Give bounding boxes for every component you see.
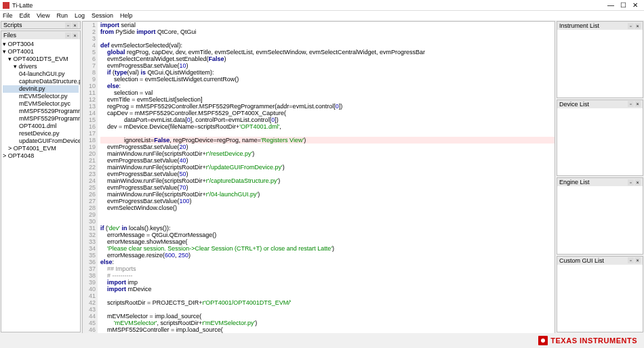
- file-tree[interactable]: ▾ OPT3004▾ OPT4001▾ OPT4001DTS_EVM▾ driv…: [1, 39, 80, 332]
- close-button[interactable]: ✕: [629, 1, 641, 9]
- panel-close-icon[interactable]: ×: [635, 23, 641, 29]
- tree-item[interactable]: mEVMSelector.py: [3, 93, 79, 100]
- menu-edit[interactable]: Edit: [20, 12, 31, 19]
- tree-item[interactable]: ▾ drivers: [3, 63, 79, 70]
- panel-close-icon[interactable]: ×: [635, 179, 641, 186]
- window-title: Ti-Latte: [12, 2, 605, 9]
- code-body[interactable]: import serialfrom PySide import QtCore, …: [98, 22, 555, 348]
- tree-item[interactable]: devInit.py: [3, 85, 79, 93]
- tree-item[interactable]: ▾ OPT3004: [3, 41, 79, 48]
- maximize-button[interactable]: ☐: [617, 1, 629, 9]
- tree-item[interactable]: resetDevice.py: [3, 130, 79, 137]
- ti-logo-icon: [538, 336, 548, 345]
- files-header: Files: [3, 32, 64, 39]
- files-panel: Files▫× ▾ OPT3004▾ OPT4001▾ OPT4001DTS_E…: [1, 30, 81, 332]
- panel-float-icon[interactable]: ▫: [628, 257, 634, 263]
- panel-float-icon[interactable]: ▫: [628, 179, 634, 186]
- menu-log[interactable]: Log: [75, 12, 85, 19]
- panel-close-icon[interactable]: ×: [635, 101, 641, 107]
- ti-brand-text: TEXAS INSTRUMENTS: [550, 336, 637, 345]
- tree-item[interactable]: updateGUIFromDevice.py: [3, 137, 79, 145]
- tree-item[interactable]: captureDataStructure.py: [3, 78, 79, 85]
- menubar: File Edit View Run Log Session Help: [0, 11, 644, 20]
- left-column: Scripts▫× Files▫× ▾ OPT3004▾ OPT4001▾ OP…: [0, 20, 81, 333]
- editor-panel: 1234567891011121314151617181920212223242…: [82, 21, 555, 348]
- panel-close-icon[interactable]: ×: [72, 22, 78, 28]
- line-gutter: 1234567891011121314151617181920212223242…: [83, 22, 98, 348]
- minimize-button[interactable]: —: [605, 1, 617, 9]
- tree-item[interactable]: ▾ OPT4001: [3, 48, 79, 56]
- instrument-panel: Instrument List▫×: [557, 21, 643, 98]
- panel-float-icon[interactable]: ▫: [628, 23, 634, 29]
- device-header: Device List: [559, 101, 627, 108]
- workspace: Scripts▫× Files▫× ▾ OPT3004▾ OPT4001▾ OP…: [0, 20, 644, 333]
- tree-item[interactable]: mEVMSelector.pyc: [3, 100, 79, 108]
- titlebar: Ti-Latte — ☐ ✕: [0, 0, 644, 11]
- instrument-body[interactable]: [557, 30, 643, 97]
- tree-item[interactable]: > OPT4048: [3, 152, 79, 160]
- center-column: 1234567891011121314151617181920212223242…: [81, 20, 556, 333]
- scripts-panel: Scripts▫×: [1, 21, 81, 29]
- customgui-panel: Custom GUI List▫×: [557, 256, 643, 333]
- menu-help[interactable]: Help: [120, 12, 133, 19]
- menu-session[interactable]: Session: [92, 12, 113, 19]
- tree-item[interactable]: mMSPF5529Programmer.pyc: [3, 115, 79, 123]
- engine-panel: Engine List▫×: [557, 177, 643, 255]
- panel-float-icon[interactable]: ▫: [65, 32, 71, 39]
- tree-item[interactable]: > OPT4001_EVM: [3, 145, 79, 152]
- tree-item[interactable]: mMSPF5529Programmer.py: [3, 108, 79, 115]
- menu-run[interactable]: Run: [56, 12, 68, 19]
- device-body[interactable]: [557, 108, 643, 176]
- app-icon: [3, 2, 9, 9]
- instrument-header: Instrument List: [559, 22, 627, 29]
- right-column: Instrument List▫× Device List▫× Engine L…: [556, 20, 644, 333]
- device-panel: Device List▫×: [557, 100, 643, 177]
- engine-header: Engine List: [559, 179, 627, 186]
- footer: TEXAS INSTRUMENTS: [0, 333, 644, 348]
- code-editor[interactable]: 1234567891011121314151617181920212223242…: [83, 22, 555, 348]
- customgui-body[interactable]: [557, 265, 643, 332]
- panel-float-icon[interactable]: ▫: [65, 22, 71, 28]
- panel-float-icon[interactable]: ▫: [628, 101, 634, 107]
- menu-file[interactable]: File: [3, 12, 13, 19]
- scripts-header: Scripts: [3, 22, 64, 28]
- panel-close-icon[interactable]: ×: [72, 32, 78, 39]
- customgui-header: Custom GUI List: [559, 257, 627, 264]
- tree-item[interactable]: ▾ OPT4001DTS_EVM: [3, 56, 79, 63]
- panel-close-icon[interactable]: ×: [635, 257, 641, 263]
- engine-body[interactable]: [557, 186, 643, 254]
- menu-view[interactable]: View: [37, 12, 49, 19]
- tree-item[interactable]: OPT4001.dml: [3, 123, 79, 130]
- tree-item[interactable]: 04-launchGUI.py: [3, 70, 79, 78]
